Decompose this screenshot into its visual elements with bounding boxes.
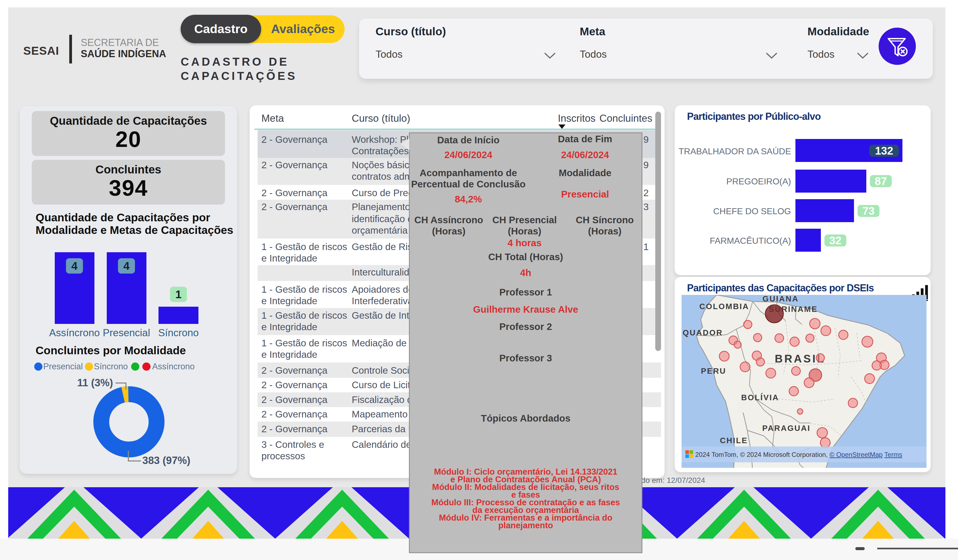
svg-text:GUIANA: GUIANA <box>763 295 799 303</box>
svg-text:QUADOR: QUADOR <box>683 328 723 337</box>
svg-text:COLOMBIA: COLOMBIA <box>699 302 749 311</box>
svg-text:BOLÍVIA: BOLÍVIA <box>741 393 779 402</box>
svg-text:PERU: PERU <box>701 367 726 375</box>
svg-text:PARAGUAI: PARAGUAI <box>762 424 811 432</box>
svg-text:CHILE: CHILE <box>720 436 748 445</box>
svg-text:2024 TomTom, © 2024 Microsoft: 2024 TomTom, © 2024 Microsoft Corporatio… <box>695 451 902 458</box>
